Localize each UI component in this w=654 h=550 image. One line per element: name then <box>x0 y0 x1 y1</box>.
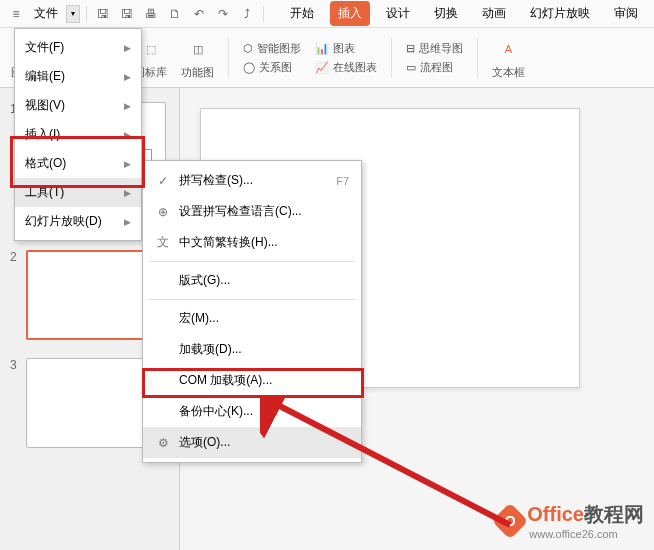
menu-edit[interactable]: 编辑(E)▶ <box>15 62 141 91</box>
onlinechart-icon: 📈 <box>315 61 329 74</box>
tab-design[interactable]: 设计 <box>378 1 418 26</box>
chevron-right-icon: ▶ <box>124 101 131 111</box>
slide-number: 3 <box>10 358 20 448</box>
hamburger-icon[interactable]: ≡ <box>6 4 26 24</box>
chart-icon: 📊 <box>315 42 329 55</box>
menu-view[interactable]: 视图(V)▶ <box>15 91 141 120</box>
tab-slideshow[interactable]: 幻灯片放映 <box>522 1 598 26</box>
flow-icon: ▭ <box>406 61 416 74</box>
chevron-right-icon: ▶ <box>124 217 131 227</box>
menu-format[interactable]: 格式(O)▶ <box>15 149 141 178</box>
file-menu-dropdown-icon[interactable]: ▾ <box>66 5 80 23</box>
ribbon-onlinechart[interactable]: 📈在线图表 <box>315 60 377 75</box>
ribbon-func[interactable]: ◫ 功能图 <box>181 35 214 80</box>
ribbon-tabs: 开始 插入 设计 切换 动画 幻灯片放映 审阅 <box>282 1 646 26</box>
ribbon-col3: ⊟思维导图 ▭流程图 <box>406 41 463 75</box>
tab-home[interactable]: 开始 <box>282 1 322 26</box>
ribbon-col1: ⬡智能图形 ◯关系图 <box>243 41 301 75</box>
file-menu-button[interactable]: 文件 <box>30 3 62 24</box>
gear-icon: ⚙ <box>155 435 171 451</box>
watermark: O Office教程网 www.office26.com <box>497 501 644 540</box>
submenu-backup[interactable]: 备份中心(K)... <box>143 396 361 427</box>
save-as-icon[interactable]: 🖫 <box>117 4 137 24</box>
ribbon-textbox[interactable]: A 文本框 <box>492 35 525 80</box>
chinese-icon: 文 <box>155 235 171 251</box>
spellcheck-icon: ✓ <box>155 173 171 189</box>
submenu-layout[interactable]: 版式(G)... <box>143 265 361 296</box>
menu-tools[interactable]: 工具(T)▶ <box>15 178 141 207</box>
ribbon-label: 功能图 <box>181 65 214 80</box>
ribbon-separator <box>228 38 229 78</box>
tab-insert[interactable]: 插入 <box>330 1 370 26</box>
ribbon-flow[interactable]: ▭流程图 <box>406 60 463 75</box>
tab-animation[interactable]: 动画 <box>474 1 514 26</box>
menu-separator <box>149 299 355 300</box>
mindmap-icon: ⊟ <box>406 42 415 55</box>
chevron-right-icon: ▶ <box>124 188 131 198</box>
tab-review[interactable]: 审阅 <box>606 1 646 26</box>
lang-icon: ⊕ <box>155 204 171 220</box>
separator <box>86 6 87 22</box>
submenu-comaddins[interactable]: COM 加载项(A)... <box>143 365 361 396</box>
ribbon-relation[interactable]: ◯关系图 <box>243 60 301 75</box>
ribbon-mindmap[interactable]: ⊟思维导图 <box>406 41 463 56</box>
tab-transition[interactable]: 切换 <box>426 1 466 26</box>
submenu-macro[interactable]: 宏(M)... <box>143 303 361 334</box>
chevron-right-icon: ▶ <box>124 43 131 53</box>
separator <box>263 6 264 22</box>
print-icon[interactable]: 🖶 <box>141 4 161 24</box>
smartart-icon: ⬡ <box>243 42 253 55</box>
export-icon[interactable]: ⤴ <box>237 4 257 24</box>
submenu-spelllang[interactable]: ⊕设置拼写检查语言(C)... <box>143 196 361 227</box>
chevron-right-icon: ▶ <box>124 72 131 82</box>
chevron-right-icon: ▶ <box>124 159 131 169</box>
save-icon[interactable]: 🖫 <box>93 4 113 24</box>
watermark-logo-icon: O <box>492 502 529 539</box>
menu-file[interactable]: 文件(F)▶ <box>15 33 141 62</box>
ribbon-separator <box>477 38 478 78</box>
menu-insert[interactable]: 插入(I)▶ <box>15 120 141 149</box>
ribbon-label: 文本框 <box>492 65 525 80</box>
undo-icon[interactable]: ↶ <box>189 4 209 24</box>
ribbon-smartart[interactable]: ⬡智能图形 <box>243 41 301 56</box>
ribbon-chart[interactable]: 📊图表 <box>315 41 377 56</box>
textbox-icon: A <box>495 35 523 63</box>
tools-submenu: ✓拼写检查(S)...F7 ⊕设置拼写检查语言(C)... 文中文简繁转换(H)… <box>142 160 362 463</box>
slide-number: 2 <box>10 250 20 340</box>
menu-separator <box>149 261 355 262</box>
submenu-chineseconv[interactable]: 文中文简繁转换(H)... <box>143 227 361 258</box>
submenu-addins[interactable]: 加载项(D)... <box>143 334 361 365</box>
func-icon: ◫ <box>184 35 212 63</box>
shortcut-text: F7 <box>336 175 349 187</box>
file-dropdown-menu: 文件(F)▶ 编辑(E)▶ 视图(V)▶ 插入(I)▶ 格式(O)▶ 工具(T)… <box>14 28 142 241</box>
watermark-brand: Office教程网 <box>527 501 644 528</box>
menu-slideshow[interactable]: 幻灯片放映(D)▶ <box>15 207 141 236</box>
print-preview-icon[interactable]: 🗋 <box>165 4 185 24</box>
ribbon-col2: 📊图表 📈在线图表 <box>315 41 377 75</box>
watermark-url: www.office26.com <box>529 528 644 540</box>
submenu-spellcheck[interactable]: ✓拼写检查(S)...F7 <box>143 165 361 196</box>
chevron-right-icon: ▶ <box>124 130 131 140</box>
ribbon-separator <box>391 38 392 78</box>
relation-icon: ◯ <box>243 61 255 74</box>
redo-icon[interactable]: ↷ <box>213 4 233 24</box>
submenu-options[interactable]: ⚙选项(O)... <box>143 427 361 458</box>
top-toolbar: ≡ 文件 ▾ 🖫 🖫 🖶 🗋 ↶ ↷ ⤴ 开始 插入 设计 切换 动画 幻灯片放… <box>0 0 654 28</box>
